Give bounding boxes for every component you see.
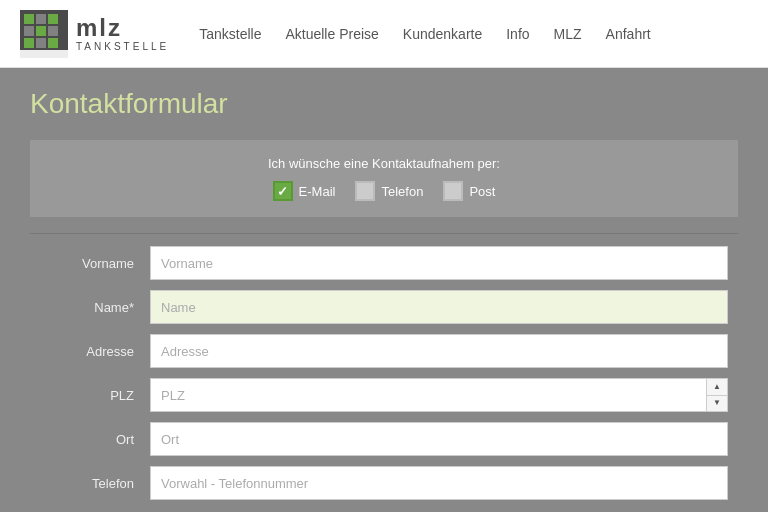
form-row-ort: Ort xyxy=(40,422,728,456)
site-header: mlz TANKSTELLE Tankstelle Aktuelle Preis… xyxy=(0,0,768,68)
spinner-down[interactable]: ▼ xyxy=(707,396,727,412)
spinner-up[interactable]: ▲ xyxy=(707,379,727,396)
logo: mlz TANKSTELLE xyxy=(20,10,169,58)
page-title: Kontaktformular xyxy=(30,88,738,120)
form-row-adresse: Adresse xyxy=(40,334,728,368)
option-telefon[interactable]: Telefon xyxy=(355,181,423,201)
contact-options: E-Mail Telefon Post xyxy=(273,181,496,201)
svg-rect-5 xyxy=(36,26,46,36)
svg-rect-8 xyxy=(36,38,46,48)
plz-wrapper: ▲ ▼ xyxy=(150,378,728,412)
option-email[interactable]: E-Mail xyxy=(273,181,336,201)
option-post[interactable]: Post xyxy=(443,181,495,201)
option-telefon-label: Telefon xyxy=(381,184,423,199)
option-post-label: Post xyxy=(469,184,495,199)
label-telefon: Telefon xyxy=(40,476,150,491)
label-ort: Ort xyxy=(40,432,150,447)
nav-preise[interactable]: Aktuelle Preise xyxy=(285,26,378,42)
logo-text: mlz TANKSTELLE xyxy=(76,16,169,52)
label-plz: PLZ xyxy=(40,388,150,403)
input-adresse[interactable] xyxy=(150,334,728,368)
checkbox-telefon[interactable] xyxy=(355,181,375,201)
nav-tankstelle[interactable]: Tankstelle xyxy=(199,26,261,42)
nav-mlz[interactable]: MLZ xyxy=(554,26,582,42)
form-row-name: Name* xyxy=(40,290,728,324)
checkbox-email[interactable] xyxy=(273,181,293,201)
input-vorname[interactable] xyxy=(150,246,728,280)
nav-info[interactable]: Info xyxy=(506,26,529,42)
svg-rect-3 xyxy=(48,14,58,24)
contact-form: Vorname Name* Adresse PLZ ▲ ▼ xyxy=(30,246,738,500)
checkbox-post[interactable] xyxy=(443,181,463,201)
nav-kundenkarte[interactable]: Kundenkarte xyxy=(403,26,482,42)
option-email-label: E-Mail xyxy=(299,184,336,199)
contact-method-section: Ich wünsche eine Kontaktaufnahem per: E-… xyxy=(30,140,738,217)
logo-tankstelle-text: TANKSTELLE xyxy=(76,42,169,52)
label-vorname: Vorname xyxy=(40,256,150,271)
svg-rect-1 xyxy=(24,14,34,24)
nav-anfahrt[interactable]: Anfahrt xyxy=(606,26,651,42)
input-plz[interactable] xyxy=(150,378,728,412)
form-row-vorname: Vorname xyxy=(40,246,728,280)
main-nav: Tankstelle Aktuelle Preise Kundenkarte I… xyxy=(199,26,651,42)
svg-rect-9 xyxy=(48,38,58,48)
input-ort[interactable] xyxy=(150,422,728,456)
form-row-plz: PLZ ▲ ▼ xyxy=(40,378,728,412)
form-divider xyxy=(30,233,738,234)
svg-rect-2 xyxy=(36,14,46,24)
svg-rect-10 xyxy=(20,50,68,58)
logo-icon xyxy=(20,10,68,58)
svg-rect-7 xyxy=(24,38,34,48)
input-telefon[interactable] xyxy=(150,466,728,500)
logo-mlz-text: mlz xyxy=(76,16,169,40)
contact-method-label: Ich wünsche eine Kontaktaufnahem per: xyxy=(268,156,500,171)
input-name[interactable] xyxy=(150,290,728,324)
svg-rect-6 xyxy=(48,26,58,36)
svg-rect-4 xyxy=(24,26,34,36)
plz-spinner[interactable]: ▲ ▼ xyxy=(706,378,728,412)
form-row-telefon: Telefon xyxy=(40,466,728,500)
label-adresse: Adresse xyxy=(40,344,150,359)
label-name: Name* xyxy=(40,300,150,315)
main-content: Kontaktformular Ich wünsche eine Kontakt… xyxy=(0,68,768,512)
